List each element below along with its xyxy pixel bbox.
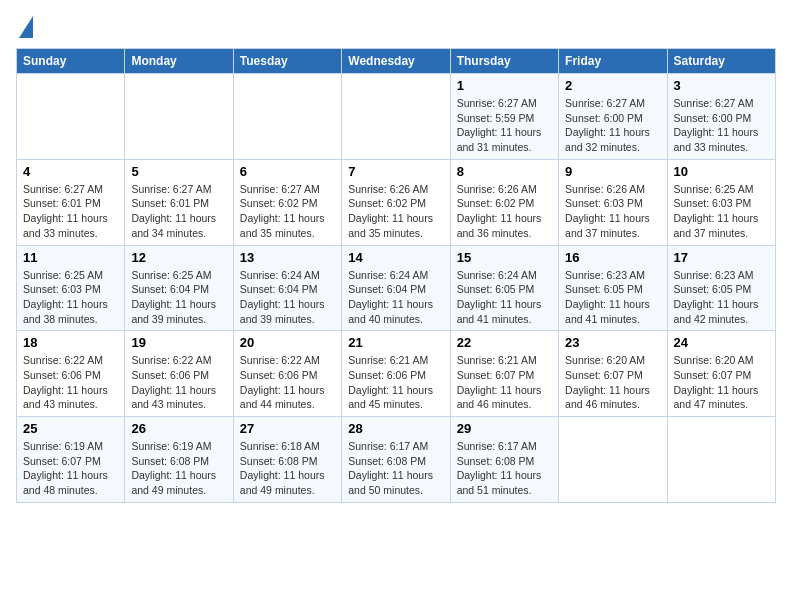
- day-number: 18: [23, 335, 118, 350]
- day-number: 9: [565, 164, 660, 179]
- day-number: 10: [674, 164, 769, 179]
- calendar-cell: 29Sunrise: 6:17 AMSunset: 6:08 PMDayligh…: [450, 417, 558, 503]
- calendar-cell: 14Sunrise: 6:24 AMSunset: 6:04 PMDayligh…: [342, 245, 450, 331]
- day-number: 26: [131, 421, 226, 436]
- day-info: Sunrise: 6:18 AMSunset: 6:08 PMDaylight:…: [240, 439, 335, 498]
- calendar-cell: 15Sunrise: 6:24 AMSunset: 6:05 PMDayligh…: [450, 245, 558, 331]
- calendar-cell: [17, 74, 125, 160]
- calendar-cell: 24Sunrise: 6:20 AMSunset: 6:07 PMDayligh…: [667, 331, 775, 417]
- day-number: 1: [457, 78, 552, 93]
- calendar-cell: [667, 417, 775, 503]
- day-number: 2: [565, 78, 660, 93]
- calendar-cell: [233, 74, 341, 160]
- day-number: 22: [457, 335, 552, 350]
- calendar-cell: 2Sunrise: 6:27 AMSunset: 6:00 PMDaylight…: [559, 74, 667, 160]
- day-info: Sunrise: 6:27 AMSunset: 6:02 PMDaylight:…: [240, 182, 335, 241]
- calendar-cell: 5Sunrise: 6:27 AMSunset: 6:01 PMDaylight…: [125, 159, 233, 245]
- day-info: Sunrise: 6:20 AMSunset: 6:07 PMDaylight:…: [674, 353, 769, 412]
- header-tuesday: Tuesday: [233, 49, 341, 74]
- calendar-cell: 7Sunrise: 6:26 AMSunset: 6:02 PMDaylight…: [342, 159, 450, 245]
- day-info: Sunrise: 6:23 AMSunset: 6:05 PMDaylight:…: [674, 268, 769, 327]
- day-info: Sunrise: 6:17 AMSunset: 6:08 PMDaylight:…: [348, 439, 443, 498]
- day-number: 27: [240, 421, 335, 436]
- calendar-cell: [559, 417, 667, 503]
- day-number: 25: [23, 421, 118, 436]
- calendar-cell: 26Sunrise: 6:19 AMSunset: 6:08 PMDayligh…: [125, 417, 233, 503]
- day-number: 4: [23, 164, 118, 179]
- day-number: 28: [348, 421, 443, 436]
- day-number: 5: [131, 164, 226, 179]
- calendar-cell: [125, 74, 233, 160]
- calendar-cell: 17Sunrise: 6:23 AMSunset: 6:05 PMDayligh…: [667, 245, 775, 331]
- calendar-cell: 19Sunrise: 6:22 AMSunset: 6:06 PMDayligh…: [125, 331, 233, 417]
- calendar-cell: 9Sunrise: 6:26 AMSunset: 6:03 PMDaylight…: [559, 159, 667, 245]
- day-info: Sunrise: 6:22 AMSunset: 6:06 PMDaylight:…: [240, 353, 335, 412]
- day-number: 7: [348, 164, 443, 179]
- day-info: Sunrise: 6:21 AMSunset: 6:07 PMDaylight:…: [457, 353, 552, 412]
- calendar-cell: 16Sunrise: 6:23 AMSunset: 6:05 PMDayligh…: [559, 245, 667, 331]
- calendar-cell: 20Sunrise: 6:22 AMSunset: 6:06 PMDayligh…: [233, 331, 341, 417]
- day-info: Sunrise: 6:17 AMSunset: 6:08 PMDaylight:…: [457, 439, 552, 498]
- day-info: Sunrise: 6:26 AMSunset: 6:03 PMDaylight:…: [565, 182, 660, 241]
- calendar-cell: 12Sunrise: 6:25 AMSunset: 6:04 PMDayligh…: [125, 245, 233, 331]
- calendar-cell: 3Sunrise: 6:27 AMSunset: 6:00 PMDaylight…: [667, 74, 775, 160]
- calendar-week-row: 4Sunrise: 6:27 AMSunset: 6:01 PMDaylight…: [17, 159, 776, 245]
- calendar-cell: 22Sunrise: 6:21 AMSunset: 6:07 PMDayligh…: [450, 331, 558, 417]
- header-thursday: Thursday: [450, 49, 558, 74]
- day-number: 14: [348, 250, 443, 265]
- day-number: 24: [674, 335, 769, 350]
- day-info: Sunrise: 6:20 AMSunset: 6:07 PMDaylight:…: [565, 353, 660, 412]
- calendar-week-row: 18Sunrise: 6:22 AMSunset: 6:06 PMDayligh…: [17, 331, 776, 417]
- header-monday: Monday: [125, 49, 233, 74]
- calendar-cell: 8Sunrise: 6:26 AMSunset: 6:02 PMDaylight…: [450, 159, 558, 245]
- day-number: 20: [240, 335, 335, 350]
- day-info: Sunrise: 6:25 AMSunset: 6:03 PMDaylight:…: [23, 268, 118, 327]
- day-info: Sunrise: 6:25 AMSunset: 6:03 PMDaylight:…: [674, 182, 769, 241]
- day-info: Sunrise: 6:26 AMSunset: 6:02 PMDaylight:…: [348, 182, 443, 241]
- calendar-cell: 21Sunrise: 6:21 AMSunset: 6:06 PMDayligh…: [342, 331, 450, 417]
- calendar-cell: 13Sunrise: 6:24 AMSunset: 6:04 PMDayligh…: [233, 245, 341, 331]
- day-number: 19: [131, 335, 226, 350]
- day-info: Sunrise: 6:27 AMSunset: 6:00 PMDaylight:…: [565, 96, 660, 155]
- day-number: 21: [348, 335, 443, 350]
- header-saturday: Saturday: [667, 49, 775, 74]
- day-number: 6: [240, 164, 335, 179]
- calendar-cell: 28Sunrise: 6:17 AMSunset: 6:08 PMDayligh…: [342, 417, 450, 503]
- header-wednesday: Wednesday: [342, 49, 450, 74]
- calendar-cell: 1Sunrise: 6:27 AMSunset: 5:59 PMDaylight…: [450, 74, 558, 160]
- calendar-week-row: 25Sunrise: 6:19 AMSunset: 6:07 PMDayligh…: [17, 417, 776, 503]
- calendar-cell: 6Sunrise: 6:27 AMSunset: 6:02 PMDaylight…: [233, 159, 341, 245]
- day-info: Sunrise: 6:25 AMSunset: 6:04 PMDaylight:…: [131, 268, 226, 327]
- day-number: 11: [23, 250, 118, 265]
- day-number: 3: [674, 78, 769, 93]
- day-info: Sunrise: 6:24 AMSunset: 6:04 PMDaylight:…: [348, 268, 443, 327]
- day-info: Sunrise: 6:27 AMSunset: 5:59 PMDaylight:…: [457, 96, 552, 155]
- day-number: 29: [457, 421, 552, 436]
- calendar-header-row: SundayMondayTuesdayWednesdayThursdayFrid…: [17, 49, 776, 74]
- day-info: Sunrise: 6:23 AMSunset: 6:05 PMDaylight:…: [565, 268, 660, 327]
- calendar-week-row: 11Sunrise: 6:25 AMSunset: 6:03 PMDayligh…: [17, 245, 776, 331]
- logo: [16, 16, 33, 38]
- day-info: Sunrise: 6:24 AMSunset: 6:05 PMDaylight:…: [457, 268, 552, 327]
- day-info: Sunrise: 6:27 AMSunset: 6:01 PMDaylight:…: [131, 182, 226, 241]
- day-number: 16: [565, 250, 660, 265]
- day-info: Sunrise: 6:26 AMSunset: 6:02 PMDaylight:…: [457, 182, 552, 241]
- calendar-cell: 18Sunrise: 6:22 AMSunset: 6:06 PMDayligh…: [17, 331, 125, 417]
- header-sunday: Sunday: [17, 49, 125, 74]
- day-number: 8: [457, 164, 552, 179]
- day-number: 23: [565, 335, 660, 350]
- day-info: Sunrise: 6:19 AMSunset: 6:07 PMDaylight:…: [23, 439, 118, 498]
- day-info: Sunrise: 6:27 AMSunset: 6:00 PMDaylight:…: [674, 96, 769, 155]
- calendar-cell: 11Sunrise: 6:25 AMSunset: 6:03 PMDayligh…: [17, 245, 125, 331]
- day-info: Sunrise: 6:21 AMSunset: 6:06 PMDaylight:…: [348, 353, 443, 412]
- day-number: 17: [674, 250, 769, 265]
- calendar-cell: 25Sunrise: 6:19 AMSunset: 6:07 PMDayligh…: [17, 417, 125, 503]
- header-friday: Friday: [559, 49, 667, 74]
- day-number: 12: [131, 250, 226, 265]
- calendar-cell: 10Sunrise: 6:25 AMSunset: 6:03 PMDayligh…: [667, 159, 775, 245]
- day-info: Sunrise: 6:22 AMSunset: 6:06 PMDaylight:…: [131, 353, 226, 412]
- day-info: Sunrise: 6:22 AMSunset: 6:06 PMDaylight:…: [23, 353, 118, 412]
- day-number: 15: [457, 250, 552, 265]
- calendar-cell: [342, 74, 450, 160]
- day-number: 13: [240, 250, 335, 265]
